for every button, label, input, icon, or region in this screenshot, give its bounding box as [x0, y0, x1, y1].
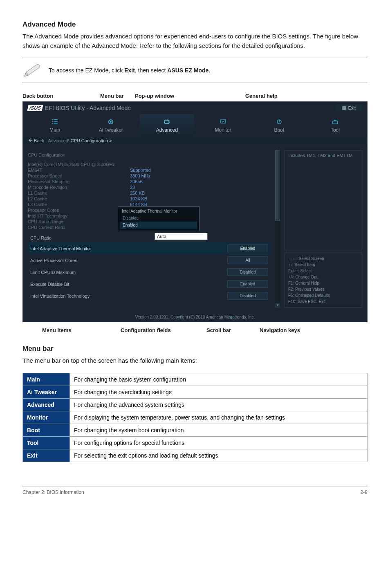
help-pane: Includes TM1, TM2 and EMTTM →←: Select S… — [285, 150, 362, 307]
info-label: L1 Cache — [28, 191, 130, 195]
main-pane: CPU Configuration Intel(R) Core(TM) i5-2… — [23, 145, 367, 312]
advanced-mode-body: The Advanced Mode provides advanced opti… — [22, 32, 368, 50]
bios-window: /SUS EFI BIOS Utility - Advanced Mode Ex… — [22, 101, 368, 322]
svg-rect-2 — [165, 120, 169, 123]
note-bold2: ASUS EZ Mode — [167, 67, 208, 74]
info-val: 1024 KB — [130, 196, 147, 201]
info-label: EM64T — [28, 168, 130, 173]
config-list: CPU Configuration Intel(R) Core(TM) i5-2… — [28, 150, 271, 307]
info-label: Intel(R) Core(TM) i5-2500 CPU @ 3.30GHz — [28, 162, 130, 167]
back-button[interactable]: Back — [29, 138, 44, 143]
table-desc: For configuring options for special func… — [70, 436, 368, 449]
cfg-value: Enabled — [227, 280, 268, 288]
info-val: 3300 MHz — [130, 173, 150, 178]
monitor-icon — [220, 119, 226, 125]
table-key: Monitor — [23, 411, 70, 424]
info-label: L3 Cache — [28, 202, 130, 207]
table-desc: For selecting the exit options and loadi… — [70, 449, 368, 462]
note-bold1: Exit — [124, 67, 135, 74]
cfg-label: Intel Adaptive Thermal Monitor — [30, 246, 224, 251]
pencil-icon — [22, 63, 42, 78]
cfg-value: All — [227, 256, 268, 264]
help-key: F2: Previous Values — [288, 286, 359, 292]
popup-option-enabled[interactable]: Enabled — [120, 222, 197, 229]
popup-option-disabled[interactable]: Disabled — [120, 215, 197, 222]
table-row: ExitFor selecting the exit options and l… — [23, 449, 368, 462]
scroll-thumb[interactable] — [275, 150, 280, 221]
table-desc: For changing the advanced system setting… — [70, 398, 368, 411]
popup-header: Intel Adaptive Thermal Monitor — [120, 208, 197, 215]
info-label: Microcode Revision — [28, 185, 130, 190]
svg-point-1 — [110, 121, 112, 123]
table-row: AdvancedFor changing the advanced system… — [23, 398, 368, 411]
cfg-active-cores[interactable]: Active Processor CoresAll — [28, 254, 271, 266]
label-back-button: Back button — [22, 93, 100, 99]
table-row: ToolFor configuring options for special … — [23, 436, 368, 449]
bc-path-text: Advanced\ — [48, 138, 71, 143]
menubar-heading: Menu bar — [22, 345, 368, 353]
table-row: Ai TweakerFor changing the overclocking … — [23, 386, 368, 398]
cfg-value: Enabled — [227, 245, 268, 252]
label-menu-bar: Menu bar — [100, 93, 135, 99]
help-shortcuts: →←: Select Screen ↑↓: Select Item Enter:… — [285, 253, 362, 307]
popup-input[interactable]: Auto — [155, 233, 208, 240]
bios-footer: Version 2.00.1201. Copyright (C) 2010 Am… — [23, 312, 367, 322]
tab-monitor[interactable]: Monitor — [196, 114, 250, 136]
tab-label: Boot — [274, 127, 284, 133]
help-key: ↑↓: Select Item — [288, 262, 359, 268]
info-label: CPU Ratio Range — [28, 219, 130, 224]
top-labels-row: Back button Menu bar Pop-up window Gener… — [22, 93, 368, 99]
toolbox-icon — [332, 119, 338, 125]
label-scroll-bar: Scroll bar — [206, 327, 260, 333]
cfg-execute-disable[interactable]: Execute Disable BitEnabled — [28, 278, 271, 290]
info-val: 28 — [130, 185, 135, 190]
cfg-label: Intel Virtualization Technology — [30, 294, 224, 298]
exit-icon — [342, 106, 346, 110]
info-val: 256 KB — [130, 191, 145, 195]
table-desc: For changing the system boot configurati… — [70, 424, 368, 436]
scrollbar[interactable]: ▴ ▾ — [275, 150, 280, 307]
table-row: BootFor changing the system boot configu… — [23, 424, 368, 436]
cfg-label: Limit CPUID Maximum — [30, 270, 224, 275]
cfg-value: Disabled — [227, 268, 268, 276]
page-footer: Chapter 2: BIOS information 2-9 — [22, 487, 368, 495]
info-label: CPU Current Ratio — [28, 225, 130, 230]
help-key: +/-: Change Opt. — [288, 274, 359, 280]
brand-logo: /SUS — [27, 105, 43, 111]
cfg-limit-cpuid[interactable]: Limit CPUID MaximumDisabled — [28, 266, 271, 278]
info-label: Intel HT Technology — [28, 213, 130, 218]
exit-label: Exit — [348, 105, 356, 110]
table-row: MonitorFor displaying the system tempera… — [23, 411, 368, 424]
tab-ai-tweaker[interactable]: Ai Tweaker — [84, 114, 138, 136]
scroll-down-button[interactable]: ▾ — [275, 303, 280, 308]
back-label: Back — [34, 138, 44, 143]
tab-boot[interactable]: Boot — [252, 114, 306, 136]
label-menu-items: Menu items — [22, 327, 121, 333]
popup-menu: Intel Adaptive Thermal Monitor Disabled … — [118, 206, 199, 231]
list-icon — [52, 119, 58, 125]
table-key: Boot — [23, 424, 70, 436]
tab-tool[interactable]: Tool — [308, 114, 362, 136]
help-key: F5: Optimized Defaults — [288, 292, 359, 298]
cfg-thermal-monitor[interactable]: Intel Adaptive Thermal MonitorEnabled — [28, 242, 271, 254]
cfg-cpu-ratio[interactable]: CPU Ratio — [28, 233, 271, 242]
tab-main[interactable]: Main — [28, 114, 82, 136]
info-label: Procesor Cores — [28, 208, 130, 213]
table-key: Advanced — [23, 398, 70, 411]
nav-tabs: Main Ai Tweaker Advanced Monitor Boot To… — [23, 114, 367, 136]
chip-icon — [164, 119, 170, 125]
tab-label: Tool — [331, 127, 340, 133]
tab-advanced[interactable]: Advanced — [140, 114, 194, 136]
cfg-virtualization[interactable]: Intel Virtualization TechnologyDisabled — [28, 290, 271, 302]
info-label: Preocessor Stepping — [28, 179, 130, 184]
label-general-help: General help — [245, 93, 278, 99]
help-key: →←: Select Screen — [288, 256, 359, 262]
label-config-fields: Configuration fields — [121, 327, 206, 333]
table-row: MainFor changing the basic system config… — [23, 373, 368, 386]
exit-button[interactable]: Exit — [336, 104, 362, 112]
table-desc: For changing the basic system configurat… — [70, 373, 368, 386]
cfg-value: Disabled — [227, 292, 268, 300]
menu-table: MainFor changing the basic system config… — [22, 373, 368, 462]
table-desc: For displaying the system temperature, p… — [70, 411, 368, 424]
back-arrow-icon — [29, 138, 33, 142]
